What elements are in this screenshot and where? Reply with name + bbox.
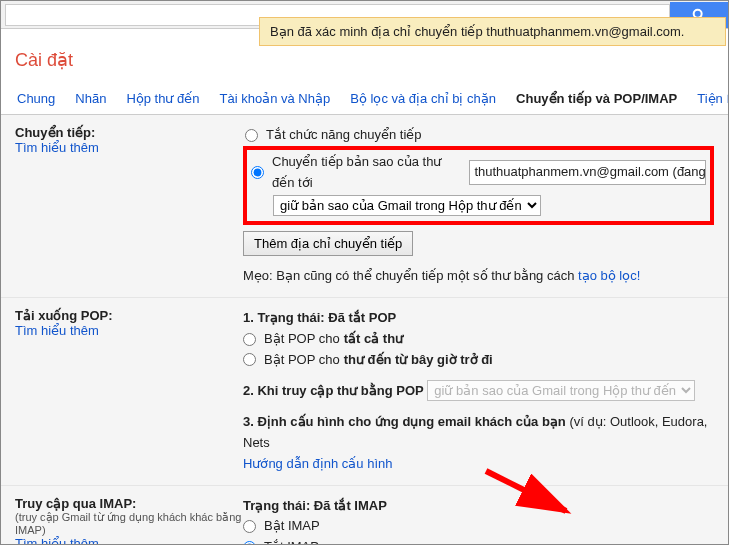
verification-notice: Bạn đã xác minh địa chỉ chuyển tiếp thut… (259, 17, 726, 46)
radio-disable-forwarding[interactable] (245, 129, 258, 142)
tab-filters[interactable]: Bộ lọc và địa chỉ bị chặn (340, 83, 506, 114)
pop-config-label: 3. Định cấu hình cho ứng dụng email khác… (243, 414, 569, 429)
create-filter-link[interactable]: tạo bộ lọc! (578, 268, 640, 283)
radio-enable-forwarding[interactable] (251, 166, 264, 179)
forwarding-email-box[interactable]: thuthuatphanmem.vn@gmail.com (đang đư (469, 160, 706, 185)
pop-section: Tải xuống POP: Tìm hiểu thêm 1. Trạng th… (1, 298, 728, 486)
pop-all-bold: tất cả thư (344, 329, 403, 350)
imap-status-label: Trạng thái: (243, 498, 314, 513)
forwarding-highlight: Chuyển tiếp bản sao của thư đến tới thut… (243, 146, 714, 225)
tab-labels[interactable]: Nhãn (65, 83, 116, 114)
imap-status-value: Đã tắt IMAP (314, 498, 387, 513)
forwarding-action-select[interactable]: giữ bản sao của Gmail trong Hộp thư đến (273, 195, 541, 216)
tab-forwarding[interactable]: Chuyển tiếp và POP/IMAP (506, 83, 687, 114)
imap-heading: Truy cập qua IMAP: (15, 496, 243, 511)
tab-inbox[interactable]: Hộp thư đến (116, 83, 209, 114)
imap-off-label: Tắt IMAP (264, 537, 319, 545)
pop-now-bold: thư đến từ bây giờ trở đi (344, 350, 493, 371)
imap-learn-more[interactable]: Tìm hiểu thêm (15, 536, 99, 545)
settings-tabs: Chung Nhãn Hộp thư đến Tài khoản và Nhập… (1, 83, 728, 115)
pop-status-value: Đã tắt POP (328, 310, 396, 325)
radio-imap-off[interactable] (243, 541, 256, 545)
add-forwarding-button[interactable]: Thêm địa chỉ chuyển tiếp (243, 231, 413, 256)
svg-point-0 (694, 9, 702, 17)
radio-imap-on[interactable] (243, 520, 256, 533)
forwarding-learn-more[interactable]: Tìm hiểu thêm (15, 140, 99, 155)
imap-section: Truy cập qua IMAP: (truy cập Gmail từ ứn… (1, 486, 728, 545)
pop-status-label: 1. Trạng thái: (243, 310, 328, 325)
settings-content: Chuyển tiếp: Tìm hiểu thêm Tắt chức năng… (1, 115, 728, 545)
forwarding-tip-text: Mẹo: Bạn cũng có thể chuyển tiếp một số … (243, 268, 578, 283)
pop-learn-more[interactable]: Tìm hiểu thêm (15, 323, 99, 338)
tab-general[interactable]: Chung (7, 83, 65, 114)
pop-access-select[interactable]: giữ bản sao của Gmail trong Hộp thư đến (427, 380, 695, 401)
pop-all-prefix: Bật POP cho (264, 329, 340, 350)
pop-now-prefix: Bật POP cho (264, 350, 340, 371)
disable-forwarding-label: Tắt chức năng chuyển tiếp (266, 125, 422, 146)
radio-pop-now[interactable] (243, 353, 256, 366)
pop-config-link[interactable]: Hướng dẫn định cấu hình (243, 456, 392, 471)
tab-accounts[interactable]: Tài khoản và Nhập (210, 83, 341, 114)
imap-on-label: Bật IMAP (264, 516, 320, 537)
pop-access-label: 2. Khi truy cập thư bằng POP (243, 383, 424, 398)
forwarding-section: Chuyển tiếp: Tìm hiểu thêm Tắt chức năng… (1, 115, 728, 298)
forwarding-heading: Chuyển tiếp: (15, 125, 243, 140)
tab-addons[interactable]: Tiện ích (687, 83, 729, 114)
imap-subtext: (truy cập Gmail từ ứng dụng khách khác b… (15, 511, 243, 536)
pop-heading: Tải xuống POP: (15, 308, 243, 323)
radio-pop-all[interactable] (243, 333, 256, 346)
enable-forwarding-prefix: Chuyển tiếp bản sao của thư đến tới (272, 152, 465, 194)
